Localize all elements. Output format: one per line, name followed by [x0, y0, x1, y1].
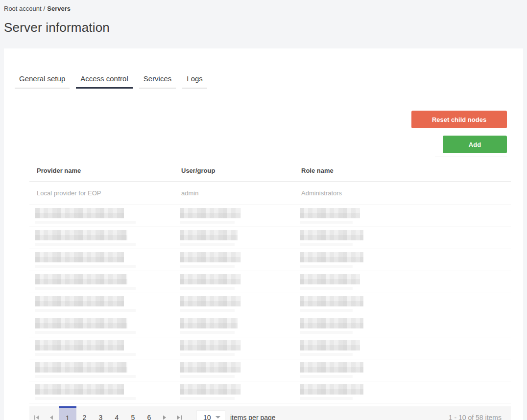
breadcrumb-separator: / [44, 5, 46, 12]
reset-child-nodes-button[interactable]: Reset child nodes [411, 111, 507, 128]
redacted-cell-user [174, 274, 294, 290]
items-per-page-label: items per page [230, 414, 276, 420]
redacted-cell-provider [29, 384, 174, 400]
page-button-1[interactable]: 1 [59, 406, 76, 420]
redacted-cell-provider [29, 362, 174, 378]
table-row[interactable] [29, 381, 511, 403]
redacted-cell-provider [29, 274, 174, 290]
redacted-cell-role [294, 252, 511, 268]
redacted-cell-provider [29, 230, 174, 246]
pagination-bar: 1 2 3 4 5 6 10 items per page 1 - 10 of … [29, 406, 511, 420]
redacted-cell-user [174, 384, 294, 400]
column-header-role-name[interactable]: Role name [294, 167, 511, 174]
redacted-cell-role [294, 274, 511, 290]
redacted-cell-user [174, 208, 294, 224]
redacted-cell-role [294, 208, 511, 224]
page-header: Root account/Servers Server information [0, 0, 527, 35]
page-button-3[interactable]: 3 [93, 406, 109, 420]
breadcrumb-root-account[interactable]: Root account [4, 5, 42, 12]
page-button-5[interactable]: 5 [125, 406, 141, 420]
last-page-button[interactable] [172, 406, 187, 420]
redacted-cell-user [174, 318, 294, 334]
table-row[interactable] [29, 315, 511, 337]
redacted-cell-user [174, 296, 294, 312]
pager-nav: 1 2 3 4 5 6 [29, 406, 187, 420]
cell-user-group: admin [174, 189, 294, 197]
chevron-down-icon [216, 416, 220, 419]
redacted-cell-provider [29, 318, 174, 334]
redacted-cell-user [174, 362, 294, 378]
page-size-section: 10 items per page [196, 410, 276, 420]
column-header-provider-name[interactable]: Provider name [29, 167, 174, 174]
redacted-cell-provider [29, 208, 174, 224]
redacted-cell-user [174, 340, 294, 356]
breadcrumb: Root account/Servers [4, 4, 523, 12]
page-size-dropdown[interactable]: 10 [196, 410, 225, 420]
column-header-user-group[interactable]: User/group [174, 167, 294, 174]
page-button-4[interactable]: 4 [109, 406, 125, 420]
redacted-cell-user [174, 252, 294, 268]
page-button-6[interactable]: 6 [141, 406, 157, 420]
redacted-cell-user [174, 230, 294, 246]
table-row[interactable] [29, 337, 511, 359]
next-page-button[interactable] [157, 406, 172, 420]
tab-services[interactable]: Services [139, 70, 176, 89]
cell-provider-name: Local provider for EOP [29, 189, 174, 197]
page-title: Server information [4, 20, 523, 35]
table-row[interactable] [29, 293, 511, 315]
redacted-cell-provider [29, 252, 174, 268]
pager-range-info: 1 - 10 of 58 items [449, 414, 511, 420]
table-row[interactable]: Local provider for EOP admin Administrat… [29, 182, 511, 205]
previous-page-button[interactable] [44, 406, 59, 420]
table-header-row: Provider name User/group Role name [29, 160, 511, 182]
content-card: General setup Access control Services Lo… [4, 48, 523, 420]
cell-role-name: Administrators [294, 189, 511, 197]
tab-general-setup[interactable]: General setup [15, 70, 70, 89]
table-row[interactable] [29, 227, 511, 249]
toolbar-divider [435, 157, 507, 157]
redacted-cell-provider [29, 296, 174, 312]
tab-strip: General setup Access control Services Lo… [4, 48, 523, 89]
redacted-cell-role [294, 230, 511, 246]
redacted-cell-role [294, 296, 511, 312]
page-size-value: 10 [203, 414, 211, 420]
redacted-cell-role [294, 318, 511, 334]
breadcrumb-servers: Servers [47, 5, 71, 12]
redacted-cell-role [294, 340, 511, 356]
page-button-2[interactable]: 2 [76, 406, 93, 420]
tab-logs[interactable]: Logs [182, 70, 207, 89]
table-row[interactable] [29, 359, 511, 381]
first-page-button[interactable] [29, 406, 44, 420]
tab-access-control[interactable]: Access control [76, 70, 133, 89]
toolbar: Reset child nodes Add [4, 89, 523, 157]
redacted-cell-role [294, 362, 511, 378]
access-control-table: Provider name User/group Role name Local… [29, 160, 511, 403]
redacted-cell-provider [29, 340, 174, 356]
table-row[interactable] [29, 271, 511, 293]
redacted-cell-role [294, 384, 511, 400]
add-button[interactable]: Add [443, 136, 507, 153]
table-row[interactable] [29, 249, 511, 271]
table-row[interactable] [29, 205, 511, 227]
